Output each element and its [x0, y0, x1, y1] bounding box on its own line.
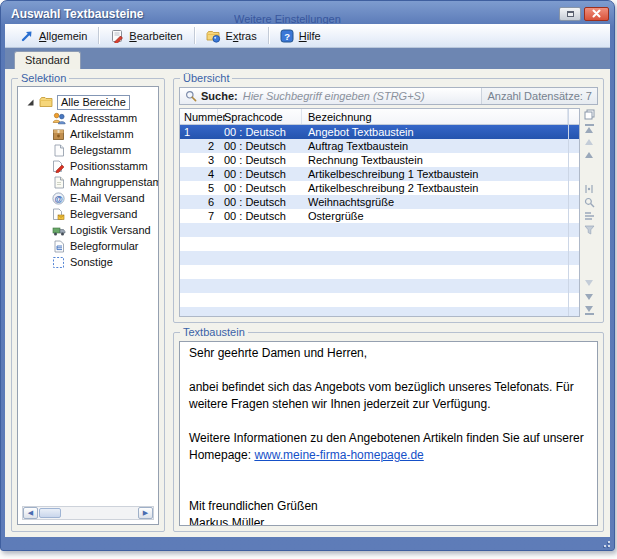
table-row[interactable]: 2 00 : Deutsch Auftrag Textbaustein — [180, 139, 579, 153]
svg-text:?: ? — [284, 30, 290, 41]
record-count: Anzahl Datensätze: 7 — [481, 88, 597, 104]
filter-icon[interactable] — [580, 223, 598, 236]
tree-item-logistik-versand[interactable]: Logistik Versand — [18, 222, 158, 238]
table-row[interactable]: 5 00 : Deutsch Artikelbeschreibung 2 Tex… — [180, 181, 579, 195]
cell-bezeichnung: Weihnachtsgrüße — [302, 196, 568, 208]
empty-row — [180, 251, 579, 265]
document-send-icon — [51, 207, 66, 221]
tree-item-label: Belegversand — [70, 208, 137, 220]
cell-bezeichnung: Angebot Textbaustein — [302, 126, 568, 138]
app-window: Auswahl Textbausteine Weitere Einstellun… — [0, 0, 615, 551]
table-row[interactable]: 7 00 : Deutsch Ostergrüße — [180, 209, 579, 223]
homepage-link[interactable]: www.meine-firma-homepage.de — [254, 448, 423, 462]
folder-icon — [38, 95, 53, 109]
cell-nummer: 5 — [180, 182, 218, 194]
search-row-icon[interactable] — [580, 196, 598, 209]
menu-allgemein[interactable]: Allgemein — [11, 24, 96, 47]
table-row[interactable]: 4 00 : Deutsch Artikelbeschreibung 1 Tex… — [180, 167, 579, 181]
tree-item-belegformular[interactable]: Belegformular — [18, 238, 158, 254]
cell-bezeichnung: Rechnung Textbaustein — [302, 154, 568, 166]
search-label: Suche: — [201, 90, 238, 102]
textbaustein-groupbox: Textbaustein Sehr geehrte Damen und Herr… — [173, 332, 604, 532]
row-number-icon[interactable] — [580, 183, 598, 196]
svg-text:@: @ — [55, 193, 63, 203]
count-icon[interactable] — [580, 210, 598, 223]
tree-item-alle-bereiche[interactable]: Alle Bereiche — [18, 94, 158, 110]
toolbar-separator — [194, 27, 195, 44]
restore-window-button[interactable] — [559, 7, 581, 21]
tree-item-label: Alle Bereiche — [57, 95, 130, 110]
column-header-nummer[interactable]: Nummer — [180, 109, 218, 124]
column-header-sprachcode[interactable]: Sprachcode — [218, 109, 302, 124]
content-area: Selektion Alle Bereiche Adressstamm — [5, 70, 610, 537]
column-header-spacer — [568, 109, 579, 124]
selektion-groupbox: Selektion Alle Bereiche Adressstamm — [11, 78, 165, 532]
tree-expander-icon[interactable] — [26, 98, 35, 107]
cell-nummer: 1 — [180, 126, 218, 138]
tree-item-label: Adressstamm — [70, 112, 137, 124]
textbaustein-legend: Textbaustein — [180, 326, 248, 338]
move-up-icon[interactable] — [580, 135, 598, 148]
cell-spacer — [568, 209, 579, 223]
table-row[interactable]: 3 00 : Deutsch Rechnung Textbaustein — [180, 153, 579, 167]
menu-extras[interactable]: Extras — [197, 24, 266, 47]
cell-nummer: 4 — [180, 168, 218, 180]
resize-grip[interactable] — [602, 539, 610, 547]
grid-header[interactable]: Nummer Sprachcode Bezeichnung — [180, 109, 579, 125]
column-header-bezeichnung[interactable]: Bezeichnung — [302, 109, 568, 124]
tree-item-positionsstamm[interactable]: Positionsstamm — [18, 158, 158, 174]
tree-item-label: Logistik Versand — [70, 224, 151, 236]
cell-sprachcode: 00 : Deutsch — [218, 154, 302, 166]
tree-item-label: Positionsstamm — [70, 160, 148, 172]
tree-item-belegstamm[interactable]: Belegstamm — [18, 142, 158, 158]
menu-extras-label: Extras — [226, 30, 257, 42]
copy-icon[interactable] — [580, 108, 598, 121]
selektion-legend: Selektion — [18, 72, 69, 84]
cell-spacer — [568, 125, 579, 139]
tree-horizontal-scrollbar[interactable]: ◀ ▶ — [22, 506, 154, 520]
logistics-truck-icon — [51, 223, 66, 237]
search-input[interactable]: Hier Suchbegriff eingeben (STRG+S) — [243, 90, 482, 102]
table-row[interactable]: 1 00 : Deutsch Angebot Textbaustein — [180, 125, 579, 139]
scroll-bottom-icon[interactable] — [580, 304, 598, 317]
empty-row — [180, 307, 579, 317]
tree-item-adressstamm[interactable]: Adressstamm — [18, 110, 158, 126]
tree-item-sonstige[interactable]: Sonstige — [18, 254, 158, 270]
menu-hilfe[interactable]: ? Hilfe — [271, 24, 330, 47]
tree-item-label: Artikelstamm — [70, 128, 134, 140]
table-row[interactable]: 6 00 : Deutsch Weihnachtsgrüße — [180, 195, 579, 209]
tree-item-artikelstamm[interactable]: Artikelstamm — [18, 126, 158, 142]
tab-standard[interactable]: Standard — [14, 51, 81, 69]
toolbar-separator — [268, 27, 269, 44]
page-down-icon[interactable] — [580, 277, 598, 290]
tree-item-belegversand[interactable]: Belegversand — [18, 206, 158, 222]
cell-bezeichnung: Auftrag Textbaustein — [302, 140, 568, 152]
greeting-line: Sehr geehrte Damen und Herren, — [189, 345, 588, 362]
tree-item-mahngruppenstamm[interactable]: Mahngruppenstamm — [18, 174, 158, 190]
folder-options-icon — [206, 29, 221, 43]
scrollbar-thumb[interactable] — [39, 508, 61, 518]
close-window-button[interactable] — [584, 7, 609, 21]
tree-item-email-versand[interactable]: @ E-Mail Versand — [18, 190, 158, 206]
scroll-right-button[interactable]: ▶ — [138, 507, 153, 519]
cell-bezeichnung: Ostergrüße — [302, 210, 568, 222]
tree-item-label: Mahngruppenstamm — [70, 176, 159, 188]
scroll-left-button[interactable]: ◀ — [23, 507, 38, 519]
titlebar[interactable]: Auswahl Textbausteine — [1, 1, 614, 24]
email-at-icon: @ — [51, 191, 66, 205]
cell-spacer — [568, 195, 579, 209]
search-bar[interactable]: Suche: Hier Suchbegriff eingeben (STRG+S… — [179, 87, 598, 105]
scroll-top-icon[interactable] — [580, 121, 598, 134]
selection-tree: Alle Bereiche Adressstamm Artikelstamm — [17, 86, 159, 525]
uebersicht-legend: Übersicht — [180, 72, 232, 84]
page-up-icon[interactable] — [580, 148, 598, 161]
document-icon — [51, 143, 66, 157]
menu-bearbeiten[interactable]: Bearbeiten — [101, 24, 191, 47]
cell-spacer — [568, 181, 579, 195]
empty-row — [180, 223, 579, 237]
move-down-icon[interactable] — [580, 290, 598, 303]
empty-row — [180, 279, 579, 293]
menu-bearbeiten-label: Bearbeiten — [129, 30, 182, 42]
empty-row — [180, 237, 579, 251]
textbaustein-preview[interactable]: Sehr geehrte Damen und Herren, anbei bef… — [179, 341, 598, 526]
